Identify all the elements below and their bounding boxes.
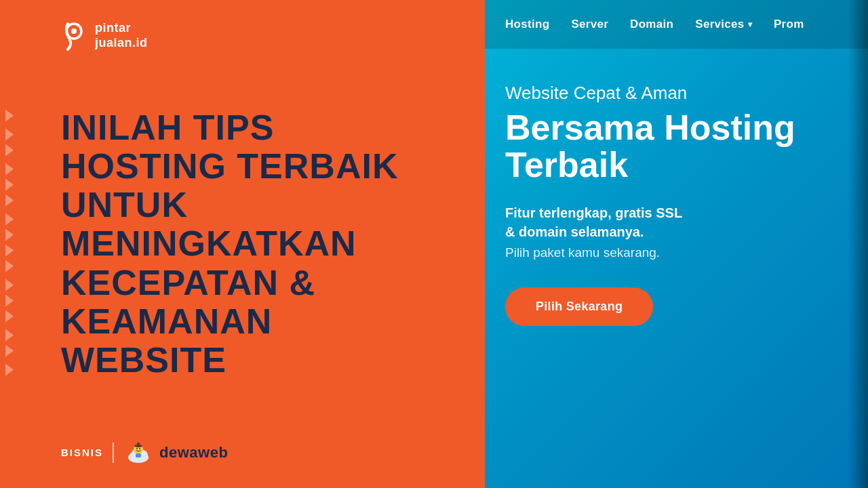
chevron-icon [5,329,14,342]
chevron-icon [5,214,14,226]
chevron-icon [5,195,14,207]
chevron-icon [5,364,14,376]
svg-rect-10 [137,443,140,447]
chevron-down-icon: ▾ [748,20,752,29]
logo-area: pintar jualan.id [61,20,444,51]
logo-text: pintar jualan.id [95,21,148,50]
hero-content: Website Cepat & Aman Bersama Hosting Ter… [485,49,868,488]
svg-point-1 [71,28,77,34]
nav-item-server[interactable]: Server [571,18,608,31]
left-panel: pintar jualan.id INILAH TIPS HOSTING TER… [0,0,485,488]
nav-item-hosting[interactable]: Hosting [505,18,549,31]
chevron-icon [5,144,14,157]
chevron-icon [5,179,14,191]
nav-item-promo[interactable]: Prom [774,18,804,31]
chevron-icon [5,229,14,241]
hero-desc-light: Pilih paket kamu sekarang. [505,245,848,260]
logo-icon [61,20,87,51]
main-heading: INILAH TIPS HOSTING TERBAIK UNTUK MENING… [61,108,444,380]
right-shadow [848,0,868,488]
dewaweb-mascot-icon [123,437,154,468]
right-panel: Hosting Server Domain Services ▾ Prom We… [485,0,868,488]
bottom-brand: BISNIS dewaweb [61,437,444,468]
nav-item-services[interactable]: Services ▾ [695,18,752,31]
chevron-icon [5,129,14,141]
dewaweb-text: dewaweb [159,444,228,462]
chevron-icon [5,260,14,272]
right-content: Hosting Server Domain Services ▾ Prom We… [485,0,868,488]
chevron-icon [5,163,14,176]
heading-text: INILAH TIPS HOSTING TERBAIK UNTUK MENING… [61,108,444,380]
dewaweb-logo: dewaweb [123,437,228,468]
hero-title: Bersama Hosting Terbaik [505,109,848,183]
bisnis-label: BISNIS [61,447,103,458]
svg-point-7 [136,448,138,449]
brand-divider [113,443,114,463]
nav-bar: Hosting Server Domain Services ▾ Prom [485,0,868,49]
chevron-icon [5,345,14,357]
hero-subtitle: Website Cepat & Aman [505,83,848,104]
nav-item-domain[interactable]: Domain [630,18,673,31]
cta-button[interactable]: Pilih Sekarang [505,287,653,326]
chevron-icon [5,279,14,291]
hero-desc-bold: Fitur terlengkap, gratis SSL& domain sel… [505,203,848,241]
chevron-decorations [0,110,14,379]
svg-rect-11 [136,453,141,458]
chevron-icon [5,110,14,122]
chevron-icon [5,295,14,307]
chevron-icon [5,310,14,323]
svg-point-8 [139,448,140,449]
chevron-icon [5,245,14,257]
